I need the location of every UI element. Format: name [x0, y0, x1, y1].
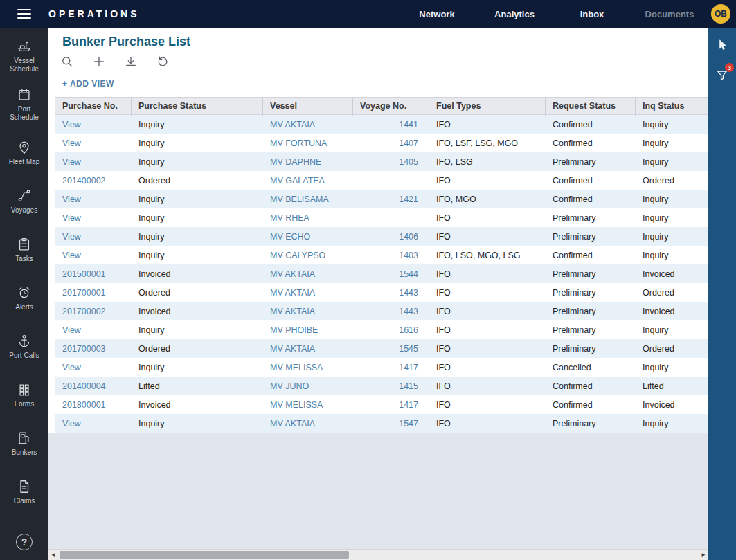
table-row: 201700001 Ordered MV AKTAIA 1443 IFO Pre… [55, 283, 708, 302]
sidebar-item-forms[interactable]: Forms [0, 371, 48, 419]
user-avatar[interactable]: OB [711, 4, 730, 24]
vessel-link[interactable]: MV PHOIBE [263, 325, 353, 335]
purchase-no-link[interactable]: 201500001 [55, 269, 132, 279]
voyage-no-link[interactable]: 1545 [353, 344, 429, 354]
request-status-cell: Preliminary [546, 213, 636, 223]
hamburger-menu-icon[interactable] [0, 9, 48, 19]
vessel-link[interactable]: MV MELISSA [263, 363, 353, 372]
sidebar-item-port-schedule[interactable]: Port Schedule [0, 80, 48, 129]
nav-item-analytics[interactable]: Analytics [476, 9, 553, 19]
sidebar-item-fleet-map[interactable]: Fleet Map [0, 129, 48, 177]
pointer-tool-button[interactable] [713, 36, 731, 54]
nav-item-documents[interactable]: Documents [631, 9, 708, 19]
voyage-no-link[interactable]: 1406 [353, 232, 429, 242]
sidebar-item-claims[interactable]: Claims [0, 468, 48, 516]
add-icon[interactable] [91, 54, 107, 69]
sidebar-item-alerts[interactable]: Alerts [0, 274, 48, 323]
purchase-no-link[interactable]: View [55, 195, 132, 204]
nav-item-inbox[interactable]: Inbox [553, 9, 631, 19]
purchase-no-link[interactable]: 201400002 [55, 176, 132, 186]
request-status-cell: Preliminary [546, 232, 636, 242]
add-view-button[interactable]: + ADD VIEW [62, 79, 114, 89]
table-row: 201800001 Invoiced MV MELISSA 1417 IFO C… [55, 395, 708, 414]
sidebar-item-bunkers[interactable]: Bunkers [0, 419, 48, 468]
voyage-no-link[interactable]: 1417 [353, 400, 429, 410]
purchase-no-link[interactable]: 201800001 [55, 400, 132, 410]
vessel-link[interactable]: MV GALATEA [263, 176, 353, 186]
fuel-types-cell: IFO, LSG [429, 157, 546, 167]
purchase-no-link[interactable]: View [55, 232, 132, 242]
sidebar-item-tasks[interactable]: Tasks [0, 226, 48, 274]
help-button[interactable]: ? [16, 534, 33, 550]
purchase-no-link[interactable]: View [55, 363, 132, 372]
reset-icon[interactable] [155, 54, 170, 69]
voyage-no-link[interactable]: 1547 [353, 419, 429, 428]
vessel-link[interactable]: MV AKTAIA [263, 120, 353, 129]
voyage-no-link[interactable]: 1443 [353, 307, 429, 316]
voyage-no-link[interactable]: 1616 [353, 325, 429, 335]
sidebar-item-port-calls[interactable]: Port Calls [0, 323, 48, 371]
column-header-purchase-status[interactable]: Purchase Status [132, 98, 263, 116]
column-header-inq-status[interactable]: Inq Status [636, 98, 708, 116]
fuel-types-cell: IFO [429, 176, 546, 186]
vessel-link[interactable]: MV AKTAIA [263, 344, 353, 354]
vessel-link[interactable]: MV FORTUNA [263, 138, 353, 148]
vessel-link[interactable]: MV BELISAMA [263, 195, 353, 204]
download-icon[interactable] [123, 54, 138, 69]
horizontal-scrollbar[interactable]: ◄ ► [48, 549, 708, 560]
filter-button[interactable]: 3 [713, 66, 731, 84]
vessel-link[interactable]: MV RHEA [263, 213, 353, 223]
purchase-no-link[interactable]: View [55, 120, 132, 129]
bunkers-icon [17, 431, 32, 446]
table-row: View Inquiry MV MELISSA 1417 IFO Cancell… [55, 358, 708, 377]
vessel-link[interactable]: MV AKTAIA [263, 288, 353, 298]
purchase-no-link[interactable]: View [55, 157, 132, 167]
nav-item-network[interactable]: Network [398, 9, 476, 19]
top-navbar: OPERATIONS Network Analytics Inbox Docum… [0, 0, 736, 28]
vessel-link[interactable]: MV JUNO [263, 381, 353, 391]
scroll-left-arrow[interactable]: ◄ [48, 550, 58, 560]
voyage-no-link[interactable]: 1415 [353, 381, 429, 391]
search-icon[interactable] [60, 54, 75, 69]
purchase-no-link[interactable]: 201400004 [55, 381, 132, 391]
request-status-cell: Confirmed [546, 381, 636, 391]
column-header-vessel[interactable]: Vessel [263, 98, 353, 116]
vessel-link[interactable]: MV MELISSA [263, 400, 353, 410]
voyage-no-link[interactable]: 1441 [353, 120, 429, 129]
scroll-right-arrow[interactable]: ► [699, 550, 708, 560]
purchase-no-link[interactable]: View [55, 325, 132, 335]
purchase-no-link[interactable]: 201700001 [55, 288, 132, 298]
column-header-fuel-types[interactable]: Fuel Types [429, 98, 546, 116]
fuel-types-cell: IFO [429, 344, 546, 354]
vessel-link[interactable]: MV CALYPSO [263, 251, 353, 260]
vessel-link[interactable]: MV AKTAIA [263, 419, 353, 428]
voyage-no-link[interactable]: 1403 [353, 251, 429, 260]
purchase-no-link[interactable]: View [55, 213, 132, 223]
vessel-link[interactable]: MV AKTAIA [263, 269, 353, 279]
scrollbar-track[interactable] [58, 551, 699, 559]
voyage-no-link[interactable]: 1407 [353, 138, 429, 148]
voyage-no-link[interactable]: 1443 [353, 288, 429, 298]
sidebar-item-vessel-schedule[interactable]: Vessel Schedule [0, 32, 48, 80]
scrollbar-thumb[interactable] [60, 551, 349, 559]
purchase-no-link[interactable]: View [55, 251, 132, 260]
purchase-no-link[interactable]: View [55, 138, 132, 148]
vessel-link[interactable]: MV ECHO [263, 232, 353, 242]
voyage-no-link[interactable]: 1405 [353, 157, 429, 167]
column-header-purchase-no[interactable]: Purchase No. [55, 98, 132, 116]
filter-count-badge: 3 [725, 63, 734, 72]
voyage-no-link[interactable]: 1421 [353, 195, 429, 204]
vessel-link[interactable]: MV AKTAIA [263, 307, 353, 316]
purchase-no-link[interactable]: 201700002 [55, 307, 132, 316]
vessel-link[interactable]: MV DAPHNE [263, 157, 353, 167]
column-header-request-status[interactable]: Request Status [546, 98, 636, 116]
purchase-no-link[interactable]: 201700003 [55, 344, 132, 354]
main-content: Bunker Purchase List + ADD VIEW Pur [48, 28, 708, 560]
tasks-icon [17, 237, 32, 252]
purchase-no-link[interactable]: View [55, 419, 132, 428]
inq-status-cell: Invoiced [636, 400, 708, 410]
voyage-no-link[interactable]: 1417 [353, 363, 429, 372]
sidebar-item-voyages[interactable]: Voyages [0, 177, 48, 226]
column-header-voyage-no[interactable]: Voyage No. [353, 98, 429, 116]
voyage-no-link[interactable]: 1544 [353, 269, 429, 279]
